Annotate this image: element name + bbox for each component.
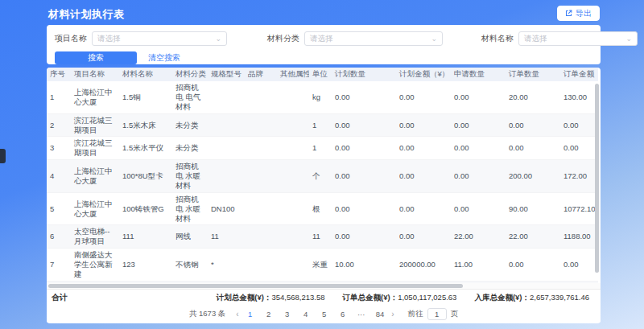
column-header: 计划数量 [332,68,396,81]
table-cell: 0.00 [451,160,506,193]
project-name-placeholder: 请选择 [97,34,121,44]
table-cell: 个 [309,160,332,193]
table-cell: 11 [208,225,245,249]
table-cell: 11.00 [451,249,506,282]
table-cell: 111 [119,225,172,249]
table-cell [208,81,245,113]
table-cell: 22.00 [451,225,506,249]
table-cell: 4 [47,160,71,193]
table-cell: 3 [47,137,71,160]
table-cell: 0.00 [506,113,560,137]
table-cell: 200.00 [506,160,560,193]
clear-search-link[interactable]: 清空搜索 [148,52,180,64]
table-cell: 0.00 [506,249,560,282]
table-cell: 5 [47,192,71,225]
table-row: 4上海松江中心大厦100*8U型卡招商机电 水暖材料个0.000.000.002… [47,160,598,193]
table-cell: 1.5米水平仪 [119,137,172,160]
export-button-label: 导出 [576,8,592,19]
material-name-select[interactable]: 请选择 ⌄ [518,31,638,46]
table-cell [245,160,277,193]
table-cell: 6 [47,225,71,249]
material-category-placeholder: 请选择 [310,34,333,44]
column-header: 规格型号 [208,68,245,81]
summary-row: 合计 计划总金额(¥)：354,568,213.58订单总金额(¥)：1,050… [47,289,601,306]
sidebar-collapse-handle[interactable] [0,149,6,163]
table-row: 2滨江花城三期项目1.5米木床未分类10.000.000.000.000.00 [47,113,598,137]
table-cell: 0.00 [560,113,598,137]
page-button[interactable]: 6 [339,310,347,319]
table-cell: 90.00 [506,192,560,225]
page-button[interactable]: 2 [265,310,273,319]
column-header: 订单数量 [506,68,560,81]
table-cell: 招商机电 水暖材料 [172,160,208,193]
column-header: 计划金额（¥） [396,68,451,81]
table-cell: 1 [47,81,71,113]
table-cell [277,225,309,249]
vertical-scrollbar[interactable] [595,84,599,273]
page-button[interactable]: 3 [283,310,291,319]
column-header: 材料分类 [172,68,208,81]
pagination-total: 共 1673 条 [189,309,225,319]
table-cell: 0.00 [332,192,396,225]
next-page-button[interactable]: › [391,310,394,319]
table-row: 1上海松江中心大厦1.5铜招商机电 电气材料kg0.000.000.0020.0… [47,81,598,113]
page-button[interactable]: 84 [376,310,385,319]
table-cell [245,192,277,225]
filter-material: 材料名称 请选择 ⌄ [481,31,638,46]
table-cell: 根 [309,192,332,225]
horizontal-scrollbar[interactable] [48,284,463,288]
table-cell: 网线 [172,225,208,249]
filter-project: 项目名称 请选择 ⌄ [55,31,227,46]
table-cell [277,192,309,225]
table-cell: 未分类 [172,113,208,137]
search-button[interactable]: 搜索 [55,51,137,64]
table-container: 序号项目名称材料名称材料分类规格型号品牌其他属性单位计划数量计划金额（¥）申请数… [47,68,601,283]
more-pages-button[interactable]: ··· [357,310,365,319]
page-button[interactable]: 4 [302,310,310,319]
column-header: 材料名称 [119,68,172,81]
table-row: 3滨江花城三期项目1.5米水平仪未分类10.000.000.000.000.00 [47,137,598,160]
table-cell: 上海松江中心大厦 [71,81,119,113]
export-button[interactable]: 导出 [557,6,600,21]
table-cell: 0.00 [396,160,451,193]
table-cell: 20.00 [506,81,560,113]
table-cell: 0.00 [506,137,560,160]
filter-material-label: 材料名称 [481,33,514,44]
goto-page-input[interactable] [427,308,447,320]
table-cell [277,113,309,137]
page-button[interactable]: 5 [320,310,328,319]
table-cell: 太空电梯--月球项目 [71,225,119,249]
column-header: 品牌 [245,68,277,81]
material-category-select[interactable]: 请选择 ⌄ [304,31,443,46]
column-header: 单位 [309,68,332,81]
table-cell: 0.00 [451,192,506,225]
column-header: 订单金额（¥） [560,68,598,81]
table-header-row: 序号项目名称材料名称材料分类规格型号品牌其他属性单位计划数量计划金额（¥）申请数… [47,68,598,81]
project-name-select[interactable]: 请选择 ⌄ [92,31,227,46]
table-cell: 上海松江中心大厦 [71,192,119,225]
table-cell: 滨江花城三期项目 [71,113,119,137]
table-cell: 不锈钢 [172,249,208,282]
chevron-down-icon: ⌄ [625,35,632,43]
column-header: 序号 [47,68,71,81]
table-cell: 7 [47,249,71,282]
table-cell [245,113,277,137]
table-cell: 2 [47,113,71,137]
table-cell [277,137,309,160]
table-cell: 0.00 [332,81,396,113]
table-cell: 0.00 [396,225,451,249]
table-cell: 0.00 [560,249,598,282]
table-cell: 0.00 [451,81,506,113]
page-button[interactable]: 1 [246,310,254,319]
goto-page-group: 前往 页 [408,308,459,320]
table-cell [245,225,277,249]
table-cell: 0.00 [396,137,451,160]
table-cell: 0.00 [396,113,451,137]
table-cell: 0.00 [560,137,598,160]
results-panel: 序号项目名称材料名称材料分类规格型号品牌其他属性单位计划数量计划金额（¥）申请数… [47,68,601,323]
previous-page-button[interactable]: ‹ [236,310,238,319]
table-cell: DN100 [208,192,245,225]
table-row: 6太空电梯--月球项目111网线11110.000.0022.0022.0011… [47,225,598,249]
table-row: 5上海松江中心大厦100铸铁管G招商机电 水暖材料DN100根0.000.000… [47,192,598,225]
table-cell: 200000.00 [396,249,451,282]
